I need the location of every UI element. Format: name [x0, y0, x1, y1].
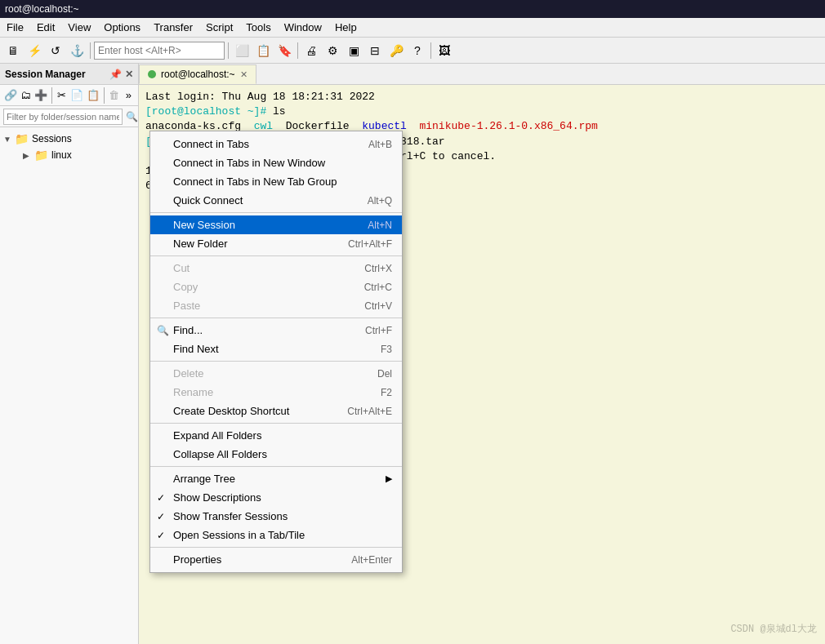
menu-window[interactable]: Window	[278, 18, 328, 37]
toolbar-separator-4	[430, 42, 431, 59]
sm-close-icon[interactable]: ✕	[125, 69, 133, 80]
ctx-sep-1	[150, 212, 402, 213]
ctx-connect-tabs-shortcut: Alt+B	[368, 139, 392, 150]
menu-bar: File Edit View Options Transfer Script T…	[0, 18, 825, 38]
title-text: root@localhost:~	[5, 3, 79, 15]
sm-delete-icon[interactable]: 🗑	[108, 86, 120, 105]
toolbar-reload-icon[interactable]: ↺	[46, 41, 65, 60]
toolbar-separator-2	[228, 42, 229, 59]
menu-edit[interactable]: Edit	[30, 18, 61, 37]
toolbar-print-icon[interactable]: 🖨	[301, 41, 321, 60]
toolbar-clipboard-icon[interactable]: 📋	[253, 41, 273, 60]
ctx-quick-connect-shortcut: Alt+Q	[368, 195, 392, 207]
ctx-open-sessions-label: Open Sessions in a Tab/Tile	[173, 529, 305, 541]
sm-paste-icon[interactable]: 📋	[86, 86, 100, 105]
ctx-copy-shortcut: Ctrl+C	[364, 282, 392, 293]
toolbar-monitor-icon[interactable]: 🖥	[3, 41, 23, 60]
toolbar-display-icon[interactable]: ▣	[344, 41, 363, 60]
toolbar-flash-icon[interactable]: ⚡	[25, 41, 44, 60]
ctx-delete-label: Delete	[173, 367, 204, 380]
tree-sessions-root[interactable]: ▼ 📁 Sessions	[0, 131, 138, 147]
ctx-paste-label: Paste	[173, 300, 200, 312]
ctx-collapse-all-label: Collapse All Folders	[173, 448, 267, 460]
ctx-find-next-label: Find Next	[173, 343, 219, 355]
ctx-arrange-tree[interactable]: Arrange Tree ▶	[150, 469, 402, 488]
ctx-sep-4	[150, 361, 402, 362]
filter-search-icon[interactable]: 🔍	[126, 111, 138, 122]
ctx-find[interactable]: 🔍 Find... Ctrl+F	[150, 321, 402, 340]
ctx-find-icon: 🔍	[157, 325, 169, 336]
ctx-connect-tabs[interactable]: Connect in Tabs Alt+B	[150, 135, 402, 153]
ctx-rename-label: Rename	[173, 386, 213, 398]
tab-root-localhost[interactable]: root@localhost:~ ✕	[139, 64, 256, 84]
sm-new-icon[interactable]: 🗂	[20, 86, 32, 105]
toolbar-question-icon[interactable]: ?	[408, 41, 427, 60]
sm-sep2	[104, 87, 105, 104]
context-menu: Connect in Tabs Alt+B Connect in Tabs in…	[149, 131, 403, 573]
menu-options[interactable]: Options	[97, 18, 147, 37]
ctx-connect-tabs-new-tab-group-label: Connect in Tabs in New Tab Group	[173, 175, 337, 188]
ctx-connect-tabs-new-window[interactable]: Connect in Tabs in New Window	[150, 153, 402, 172]
toolbar-copy-icon[interactable]: ⬜	[232, 41, 252, 60]
menu-script[interactable]: Script	[199, 18, 239, 37]
ctx-show-descriptions-label: Show Descriptions	[173, 491, 261, 504]
sm-toolbar: 🔗 🗂 ➕ ✂ 📄 📋 🗑 »	[0, 85, 138, 106]
ctx-cut-label: Cut	[173, 262, 190, 274]
ctx-new-session-shortcut: Alt+N	[368, 220, 392, 231]
sm-link-icon[interactable]: 🔗	[3, 86, 18, 105]
sm-more-icon[interactable]: »	[123, 86, 135, 105]
toolbar-screen-icon[interactable]: 🖼	[435, 41, 454, 60]
sm-copy-icon[interactable]: 📄	[69, 86, 84, 105]
host-input[interactable]	[94, 42, 225, 60]
ctx-rename-shortcut: F2	[381, 387, 392, 398]
session-manager-header: Session Manager 📌 ✕	[0, 64, 138, 85]
ctx-show-transfer-sessions[interactable]: ✓ Show Transfer Sessions	[150, 507, 402, 526]
ctx-expand-all[interactable]: Expand All Folders	[150, 426, 402, 445]
sm-add-icon[interactable]: ➕	[33, 86, 48, 105]
ctx-create-shortcut[interactable]: Create Desktop Shortcut Ctrl+Alt+E	[150, 402, 402, 420]
ctx-sep-2	[150, 255, 402, 256]
menu-tools[interactable]: Tools	[239, 18, 277, 37]
ctx-sep-7	[150, 547, 402, 548]
toolbar-key-icon[interactable]: 🔑	[386, 41, 406, 60]
menu-help[interactable]: Help	[328, 18, 363, 37]
sidebar: Active Sessions Session Manager 📌 ✕ 🔗 🗂 …	[0, 64, 139, 644]
ctx-connect-tabs-new-tab-group[interactable]: Connect in Tabs in New Tab Group	[150, 172, 402, 191]
ctx-show-descriptions[interactable]: ✓ Show Descriptions	[150, 488, 402, 507]
main-area: Active Sessions Session Manager 📌 ✕ 🔗 🗂 …	[0, 64, 825, 644]
session-tree: ▼ 📁 Sessions ▶ 📁 linux	[0, 127, 138, 644]
ctx-copy-label: Copy	[173, 281, 198, 293]
ctx-open-sessions-tab-tile[interactable]: ✓ Open Sessions in a Tab/Tile	[150, 526, 402, 544]
ctx-connect-tabs-new-window-label: Connect in Tabs in New Window	[173, 157, 325, 169]
folder-icon: 📁	[15, 132, 29, 145]
ctx-new-folder[interactable]: New Folder Ctrl+Alt+F	[150, 234, 402, 253]
ctx-properties[interactable]: Properties Alt+Enter	[150, 550, 402, 569]
menu-file[interactable]: File	[0, 18, 30, 37]
ctx-expand-all-label: Expand All Folders	[173, 429, 261, 442]
menu-transfer[interactable]: Transfer	[147, 18, 199, 37]
tree-linux-item[interactable]: ▶ 📁 linux	[0, 147, 138, 163]
tab-close-button[interactable]: ✕	[240, 69, 247, 80]
ctx-collapse-all[interactable]: Collapse All Folders	[150, 445, 402, 464]
sm-cut-icon[interactable]: ✂	[56, 86, 68, 105]
ctx-quick-connect[interactable]: Quick Connect Alt+Q	[150, 191, 402, 210]
ctx-properties-label: Properties	[173, 553, 221, 566]
toolbar-gear-icon[interactable]: ⚙	[323, 41, 342, 60]
sm-sep	[51, 87, 52, 104]
tree-sessions-label: Sessions	[32, 133, 72, 144]
sm-header-icons: 📌 ✕	[109, 69, 133, 80]
tree-linux-arrow: ▶	[23, 151, 34, 160]
ctx-find-label: Find...	[173, 324, 203, 336]
ctx-find-next[interactable]: Find Next F3	[150, 340, 402, 358]
term-line-2: [root@localhost ~]# ls	[145, 104, 818, 119]
term-line-1: Last login: Thu Aug 18 18:21:31 2022	[145, 90, 818, 104]
ctx-new-session[interactable]: New Session Alt+N	[150, 215, 402, 234]
toolbar-disconnect-icon[interactable]: ⊟	[365, 41, 385, 60]
filter-input[interactable]	[3, 109, 123, 125]
tree-expand-arrow: ▼	[3, 135, 15, 144]
toolbar-bookmark-icon[interactable]: ⚓	[67, 41, 87, 60]
toolbar-search-icon[interactable]: 🔖	[274, 41, 294, 60]
sm-pin-icon[interactable]: 📌	[109, 69, 122, 80]
ctx-sep-5	[150, 423, 402, 424]
menu-view[interactable]: View	[61, 18, 97, 37]
